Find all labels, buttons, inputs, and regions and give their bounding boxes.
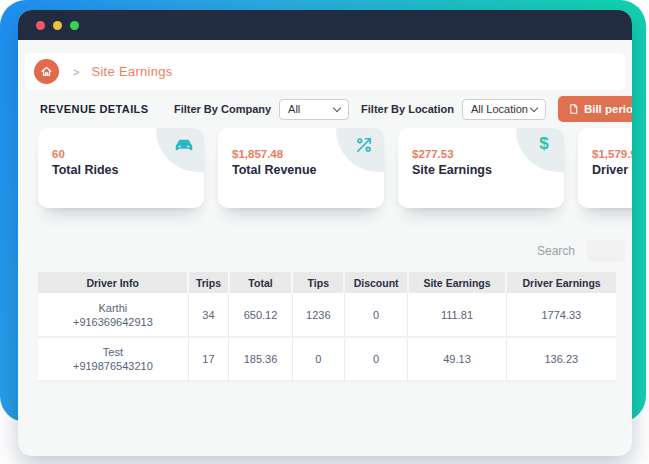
col-discount: Discount (344, 272, 408, 293)
stat-value: $1,579.95 (592, 148, 632, 160)
filter-toolbar: REVENUE DETAILS Filter By Company All Fi… (25, 96, 625, 122)
col-driver-info: Driver Info (38, 272, 188, 293)
stat-card-driver-earnings: $1,579.95 Driver Earnings (578, 128, 632, 208)
site-earnings-cell: 49.13 (408, 337, 506, 381)
driver-phone: +916369642913 (38, 316, 188, 328)
col-trips: Trips (188, 272, 228, 293)
home-icon (40, 65, 53, 78)
breadcrumb-separator: > (73, 66, 79, 78)
screenshot-canvas: > Site Earnings REVENUE DETAILS Filter B… (0, 0, 649, 464)
window-titlebar (18, 10, 632, 40)
tips-cell: 1236 (292, 293, 344, 337)
chevron-down-icon (530, 103, 538, 111)
table-row: Karthi +916369642913 34 650.12 1236 0 11… (38, 293, 616, 337)
document-icon (568, 103, 579, 115)
company-filter-value: All (288, 103, 300, 115)
site-earnings-cell: 111.81 (408, 293, 506, 337)
filter-company-label: Filter By Company (174, 103, 271, 115)
stat-card-total-rides: 60 Total Rides (38, 128, 204, 208)
bill-period-button[interactable]: Bill period (558, 96, 632, 122)
driver-earnings-cell: 136.23 (506, 337, 616, 381)
search-label: Search (537, 244, 575, 258)
col-tips: Tips (292, 272, 344, 293)
driver-name: Test (38, 346, 188, 358)
stat-cards-row: 60 Total Rides $1,857.48 Total Revenue (25, 128, 625, 208)
driver-phone: +919876543210 (38, 360, 188, 372)
location-filter-select[interactable]: All Location (462, 99, 546, 120)
search-row: Search (25, 240, 625, 262)
col-total: Total (229, 272, 293, 293)
driver-name: Karthi (38, 302, 188, 314)
discount-cell: 0 (344, 293, 408, 337)
browser-window: > Site Earnings REVENUE DETAILS Filter B… (18, 10, 632, 456)
table-row: Test +919876543210 17 185.36 0 0 49.13 1… (38, 337, 616, 381)
stat-card-total-revenue: $1,857.48 Total Revenue (218, 128, 384, 208)
close-window-icon[interactable] (36, 21, 45, 30)
filters-group: Filter By Company All Filter By Location… (174, 96, 632, 122)
trips-cell: 17 (188, 337, 228, 381)
home-button[interactable] (34, 59, 59, 84)
bill-period-label: Bill period (584, 103, 632, 115)
stat-card-site-earnings: $277.53 Site Earnings $ (398, 128, 564, 208)
discount-cell: 0 (344, 337, 408, 381)
stat-label: Driver Earnings (592, 163, 632, 177)
chevron-down-icon (333, 103, 341, 111)
driver-info-cell: Karthi +916369642913 (38, 293, 188, 337)
earnings-table: Driver Info Trips Total Tips Discount Si… (38, 272, 616, 382)
filter-location-label: Filter By Location (361, 103, 454, 115)
search-input[interactable] (587, 240, 625, 262)
section-title: REVENUE DETAILS (40, 103, 148, 115)
company-filter-select[interactable]: All (279, 99, 349, 120)
driver-info-cell: Test +919876543210 (38, 337, 188, 381)
table-header-row: Driver Info Trips Total Tips Discount Si… (38, 272, 616, 293)
breadcrumb-current: Site Earnings (91, 64, 172, 79)
zoom-window-icon[interactable] (70, 21, 79, 30)
tips-cell: 0 (292, 337, 344, 381)
minimize-window-icon[interactable] (53, 21, 62, 30)
total-cell: 185.36 (229, 337, 293, 381)
trips-cell: 34 (188, 293, 228, 337)
earnings-table-wrap: Driver Info Trips Total Tips Discount Si… (38, 272, 623, 382)
total-cell: 650.12 (229, 293, 293, 337)
col-site-earnings: Site Earnings (408, 272, 506, 293)
breadcrumb: > Site Earnings (25, 53, 625, 90)
page-body: > Site Earnings REVENUE DETAILS Filter B… (18, 53, 632, 382)
col-driver-earnings: Driver Earnings (506, 272, 616, 293)
driver-earnings-cell: 1774.33 (506, 293, 616, 337)
location-filter-value: All Location (471, 103, 528, 115)
